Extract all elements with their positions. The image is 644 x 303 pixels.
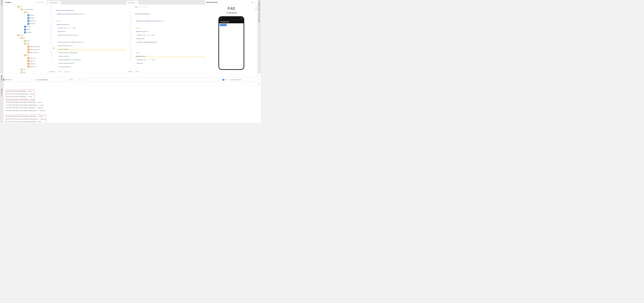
device-frame: ▸▪◂7:50 MyApplication 跳转页面 ◁○□ bbox=[218, 16, 244, 70]
log-output[interactable]: 01-09 19:44:13.553 27964-27964/? I 00001… bbox=[4, 86, 261, 123]
left-tool-rail: 1: Project bbox=[0, 0, 3, 73]
hide-icon[interactable]: — bbox=[259, 75, 260, 76]
locate-icon[interactable]: ⌖ bbox=[35, 1, 38, 4]
right-tool-rail: Gradle Previewer Remote Device bbox=[258, 0, 261, 73]
close-icon[interactable]: ✕ bbox=[58, 2, 60, 4]
breadcrumb-left[interactable]: MainAbilitySlice〉 onStart()〉 component -… bbox=[47, 70, 126, 73]
editor-right: c MainAbility.java ✕ 7891011121314151617… bbox=[126, 0, 205, 73]
project-title[interactable]: Project bbox=[6, 1, 34, 3]
level-combo[interactable]: Verbose▾ bbox=[68, 78, 80, 81]
intention-bulb-icon[interactable]: 💡 bbox=[53, 47, 55, 49]
close-icon[interactable]: ✕ bbox=[136, 2, 137, 4]
previewer-tool-tab[interactable]: Previewer bbox=[258, 5, 261, 12]
gear-icon[interactable]: ⚙ bbox=[257, 75, 258, 76]
structure-tool-tab[interactable]: 7: Structure bbox=[1, 75, 3, 82]
breadcrumb-right[interactable]: MainAbility〉 onActive() bbox=[126, 70, 205, 73]
search-icon: 🔍 bbox=[83, 79, 84, 80]
project-tree[interactable]: ▾📁java ▾📁com.example.myapplication ▾📁sli… bbox=[3, 5, 47, 73]
gear-icon[interactable]: ⚙ bbox=[40, 1, 43, 4]
back-icon[interactable]: ◁ bbox=[256, 9, 257, 10]
remote-device-title: Remote Device bbox=[206, 1, 251, 3]
clear-icon[interactable]: ✕ bbox=[219, 79, 220, 80]
editor-tab-left[interactable]: c MainAbilitySlice.java ✕ bbox=[48, 1, 61, 5]
collapse-icon[interactable]: ⇥ bbox=[38, 1, 40, 4]
home-icon[interactable]: ○ bbox=[256, 11, 257, 12]
phone-navbar[interactable]: ◁○□ bbox=[219, 66, 244, 69]
search-input[interactable]: 🔍 --- ✕ bbox=[82, 78, 221, 81]
gradle-tool-tab[interactable]: Gradle bbox=[258, 1, 261, 5]
gutter-right: 7891011121314151617181920212223242526272… bbox=[126, 5, 131, 70]
fullscreen-icon[interactable]: ⛶ bbox=[256, 6, 257, 7]
layout-icon[interactable]: ▦ bbox=[259, 84, 259, 85]
project-panel: ▦ Project ▾ ⌖ ⇥ ⚙ — ▾📁java ▾📁com.example… bbox=[3, 0, 47, 73]
tree-item: cAbilitySlice1 bbox=[3, 14, 47, 17]
phone-statusbar: ▸▪◂7:50 bbox=[219, 17, 244, 20]
phone-jump-button[interactable]: 跳转页面 bbox=[220, 24, 227, 26]
phone-appbar: MyApplication bbox=[219, 20, 244, 23]
favorites-tool-tab[interactable]: 2: Favorites bbox=[1, 89, 3, 96]
package-combo[interactable]: com.example.myapplication (2796▾ bbox=[34, 78, 67, 81]
device-timer: 00:33:02 bbox=[205, 12, 257, 14]
code-left[interactable]: public class MainAbilitySlice extends Ab… bbox=[55, 5, 126, 70]
editor-left: c MainAbilitySlice.java ✕ 10111213141516… bbox=[47, 0, 126, 73]
show-combo[interactable]: Show only selected application▾ bbox=[229, 78, 259, 81]
remote-device-panel: Remote Device ⚙ — P40 ✕ ⛶ ◁ ○ 00:33:02 ▸… bbox=[205, 0, 258, 73]
project-tool-tab[interactable]: 1: Project bbox=[0, 0, 3, 6]
hide-icon[interactable]: — bbox=[254, 1, 256, 4]
editor-tab-right[interactable]: c MainAbility.java ✕ bbox=[127, 1, 138, 5]
code-right[interactable]: import ohos.hiviewdfx.HiLogLabel; public… bbox=[134, 5, 205, 70]
device-name: P40 bbox=[205, 6, 257, 11]
gear-icon[interactable]: ⚙ bbox=[251, 1, 254, 4]
device-combo[interactable]: 📱 HUAWEI ANA-AN00▾ bbox=[1, 78, 32, 81]
gutter-left: 1011121314151617181920212223242526272829… bbox=[47, 5, 52, 70]
regex-checkbox[interactable]: Regex bbox=[222, 79, 227, 81]
remote-device-tool-tab[interactable]: Remote Device bbox=[258, 12, 261, 23]
hide-icon[interactable]: — bbox=[44, 1, 46, 4]
hilog-panel: HiLog ⚙ — 📱 HUAWEI ANA-AN00▾ com.example… bbox=[0, 73, 261, 123]
